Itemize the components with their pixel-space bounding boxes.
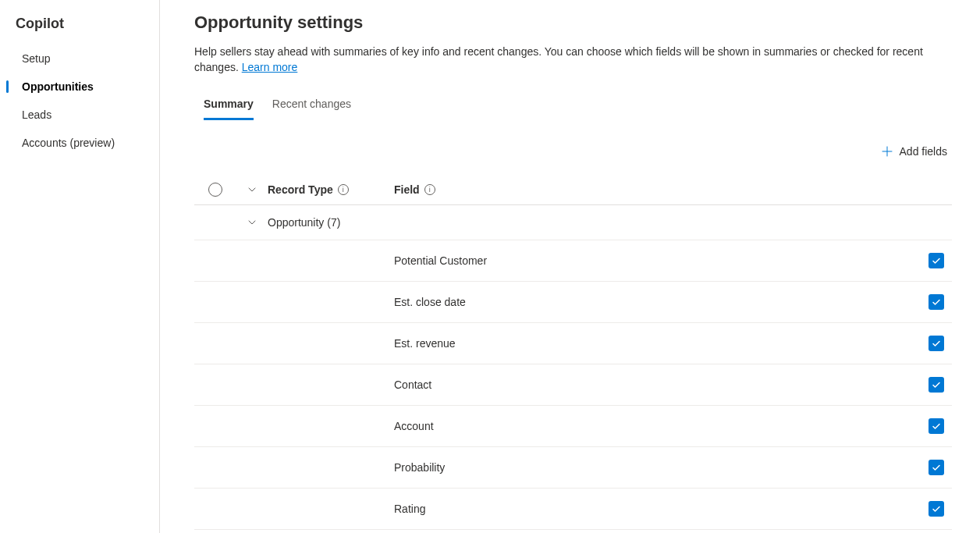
table-row: Potential Customer (194, 240, 952, 282)
group-label: Opportunity (7) (268, 216, 340, 229)
info-icon[interactable]: i (338, 184, 349, 195)
field-label: Contact (394, 378, 431, 391)
add-fields-label: Add fields (900, 145, 947, 158)
table-row: Rating (194, 489, 952, 530)
info-icon[interactable]: i (424, 184, 435, 195)
sidebar-title: Copilot (0, 12, 159, 44)
table-group-row[interactable]: Opportunity (7) (194, 205, 952, 240)
tab-recent-changes[interactable]: Recent changes (272, 91, 351, 120)
field-label: Rating (394, 503, 425, 515)
header-field: Field (394, 183, 420, 196)
plus-icon (881, 145, 893, 158)
sidebar-item-leads[interactable]: Leads (0, 101, 159, 129)
tabs: Summary Recent changes (194, 91, 952, 120)
field-label: Est. revenue (394, 337, 456, 350)
toolbar: Add fields (194, 142, 952, 161)
field-label: Est. close date (394, 296, 466, 308)
table-row: Contact (194, 364, 952, 406)
field-checkbox[interactable] (929, 253, 944, 268)
field-label: Potential Customer (394, 254, 487, 267)
sidebar-item-setup[interactable]: Setup (0, 44, 159, 73)
select-all-checkbox[interactable] (208, 183, 222, 197)
fields-table: Record Type i Field i Opportuni (194, 175, 952, 530)
field-checkbox[interactable] (929, 336, 944, 351)
tab-summary[interactable]: Summary (204, 91, 254, 120)
page-title: Opportunity settings (194, 12, 952, 33)
field-checkbox[interactable] (929, 294, 944, 310)
table-row: Probability (194, 447, 952, 489)
field-checkbox[interactable] (929, 377, 944, 393)
sidebar-item-accounts[interactable]: Accounts (preview) (0, 129, 159, 157)
table-header: Record Type i Field i (194, 175, 952, 205)
sidebar-item-opportunities[interactable]: Opportunities (0, 73, 159, 101)
table-row: Est. revenue (194, 323, 952, 364)
chevron-down-icon[interactable] (247, 185, 257, 194)
field-checkbox[interactable] (929, 460, 944, 475)
field-checkbox[interactable] (929, 418, 944, 434)
add-fields-button[interactable]: Add fields (876, 142, 952, 161)
field-label: Probability (394, 461, 445, 474)
table-row: Account (194, 406, 952, 447)
page-description-text: Help sellers stay ahead with summaries o… (194, 45, 923, 73)
sidebar: Copilot Setup Opportunities Leads Accoun… (0, 0, 160, 533)
table-row: Est. close date (194, 282, 952, 323)
field-label: Account (394, 420, 434, 432)
field-checkbox[interactable] (929, 501, 944, 517)
learn-more-link[interactable]: Learn more (242, 61, 298, 73)
main-content: Opportunity settings Help sellers stay a… (160, 0, 980, 533)
header-record-type: Record Type (268, 183, 333, 196)
page-description: Help sellers stay ahead with summaries o… (194, 44, 943, 76)
chevron-down-icon[interactable] (247, 218, 257, 227)
